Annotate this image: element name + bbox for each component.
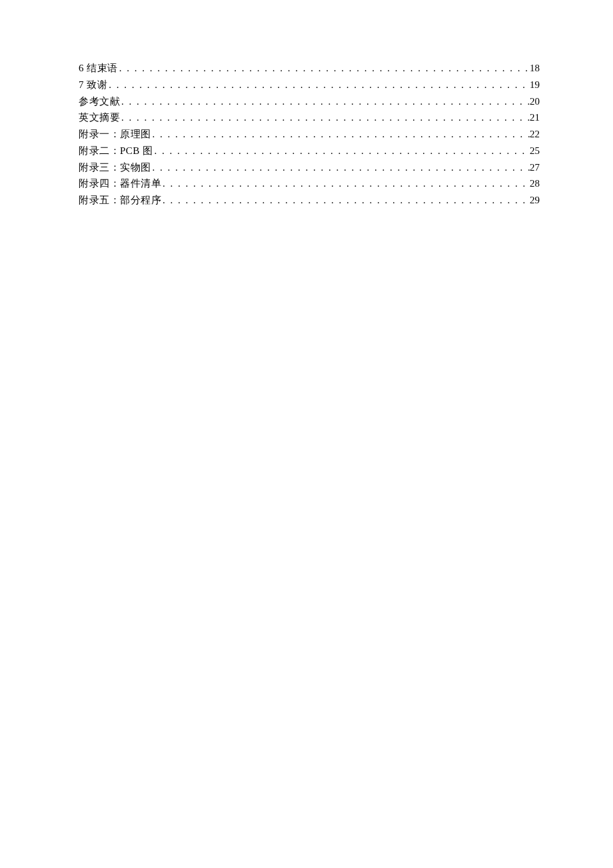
toc-label: 参考文献 (79, 93, 120, 110)
toc-page-number: 29 (530, 192, 540, 209)
table-of-contents: 6 结束语 18 7 致谢 19 参考文献 20 英文摘要 21 附录一：原理图… (79, 60, 540, 209)
toc-leader-dots (120, 93, 530, 110)
toc-label: 附录二：PCB 图 (79, 143, 153, 159)
toc-leader-dots (151, 126, 530, 143)
toc-leader-dots (153, 143, 530, 159)
toc-page-number: 21 (530, 109, 540, 126)
toc-page-number: 25 (530, 143, 540, 159)
toc-label: 附录一：原理图 (79, 126, 151, 143)
toc-page-number: 27 (530, 159, 540, 176)
toc-leader-dots (151, 159, 530, 176)
toc-page-number: 22 (530, 126, 540, 143)
toc-label: 7 致谢 (79, 77, 107, 93)
toc-label: 附录三：实物图 (79, 159, 151, 176)
toc-leader-dots (161, 192, 530, 209)
toc-entry: 英文摘要 21 (79, 109, 540, 126)
toc-entry: 参考文献 20 (79, 93, 540, 110)
toc-label: 6 结束语 (79, 60, 118, 77)
toc-page-number: 20 (530, 93, 540, 110)
toc-entry: 附录四：器件清单 28 (79, 175, 540, 192)
toc-entry: 6 结束语 18 (79, 60, 540, 77)
toc-entry: 附录一：原理图 22 (79, 126, 540, 143)
toc-page-number: 28 (530, 175, 540, 192)
toc-entry: 7 致谢 19 (79, 77, 540, 93)
toc-leader-dots (118, 60, 530, 77)
toc-leader-dots (120, 109, 530, 126)
toc-entry: 附录三：实物图 27 (79, 159, 540, 176)
toc-page-number: 19 (530, 77, 540, 93)
toc-label: 英文摘要 (79, 109, 120, 126)
toc-entry: 附录五：部分程序 29 (79, 192, 540, 209)
toc-leader-dots (107, 77, 530, 93)
toc-label: 附录四：器件清单 (79, 175, 161, 192)
toc-entry: 附录二：PCB 图 25 (79, 143, 540, 159)
toc-label: 附录五：部分程序 (79, 192, 161, 209)
toc-page-number: 18 (530, 60, 540, 77)
toc-leader-dots (161, 175, 530, 192)
